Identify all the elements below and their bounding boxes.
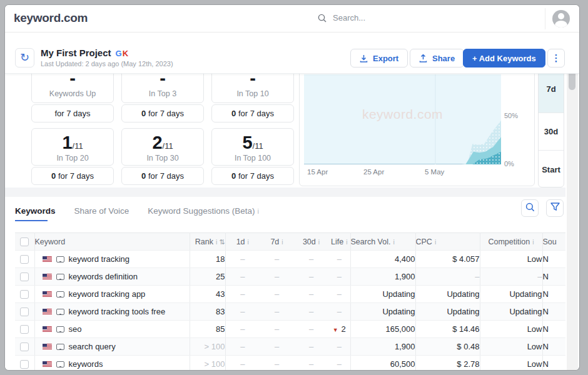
table-row[interactable]: keyword tracking 18 – – – – 4,400 $ 4.05… bbox=[15, 251, 565, 268]
table-filter-button[interactable] bbox=[546, 199, 564, 217]
desktop-icon bbox=[56, 344, 64, 350]
x-axis-tick: 15 Apr bbox=[307, 168, 328, 176]
select-all-checkbox[interactable] bbox=[20, 238, 29, 246]
stat-card-in-top-20: 1/11 In Top 20 bbox=[31, 128, 114, 166]
us-flag-icon bbox=[43, 274, 52, 280]
avatar[interactable] bbox=[552, 10, 570, 28]
export-button[interactable]: Export bbox=[350, 49, 408, 68]
tabs-bar: Keywords Share of Voice Keyword Suggesti… bbox=[5, 197, 565, 232]
project-header: ↻ My First ProjectGK Last Updated: 2 day… bbox=[5, 32, 579, 74]
info-icon: i bbox=[216, 238, 217, 246]
table-header-row: Keyword Ranki⇅ 1di 7di 30di Lifei Search… bbox=[15, 233, 565, 251]
desktop-icon bbox=[56, 361, 64, 368]
stat-value: 1 bbox=[62, 132, 72, 152]
row-checkbox[interactable] bbox=[20, 272, 29, 281]
time-range-selector: 7d 30d Start bbox=[538, 74, 564, 188]
desktop-icon bbox=[56, 256, 64, 262]
col-header-rank[interactable]: Ranki⇅ bbox=[190, 233, 225, 251]
app-logo: keyword.com bbox=[14, 11, 88, 25]
x-axis-tick: 25 Apr bbox=[363, 168, 384, 176]
desktop-icon bbox=[56, 309, 64, 315]
col-header-1d[interactable]: 1di bbox=[225, 233, 260, 251]
stat-value: 2 bbox=[152, 132, 162, 152]
stat-value: - bbox=[122, 74, 203, 88]
last-updated-text: Last Updated: 2 days ago (May 12th, 2023… bbox=[41, 60, 173, 68]
col-header-keyword[interactable]: Keyword bbox=[34, 233, 190, 251]
tab-keywords[interactable]: Keywords bbox=[15, 206, 56, 216]
stat-denominator: /11 bbox=[253, 141, 263, 151]
stat-denominator: /11 bbox=[73, 141, 83, 151]
stat-subcard: 0 for 7 days bbox=[211, 104, 294, 122]
stat-label: In Top 10 bbox=[212, 89, 293, 98]
global-search[interactable]: Search... bbox=[318, 13, 365, 22]
add-keywords-button[interactable]: + Add Keywords bbox=[463, 49, 545, 68]
row-checkbox[interactable] bbox=[20, 308, 29, 316]
table-row[interactable]: keywords definition 25 – – – – 1,900 – –… bbox=[15, 268, 565, 286]
us-flag-icon bbox=[43, 256, 52, 262]
more-menu-button[interactable]: ⋮ bbox=[547, 49, 565, 68]
col-header-30d[interactable]: 30di bbox=[294, 233, 328, 251]
desktop-icon bbox=[56, 274, 64, 280]
chart-watermark: keyword.com bbox=[304, 107, 501, 122]
stat-denominator: /11 bbox=[163, 141, 173, 151]
project-title: My First ProjectGK bbox=[41, 48, 128, 58]
screenshot-frame: keyword.com Search... ↻ My First Project… bbox=[0, 0, 588, 375]
table-row[interactable]: seo 85 – – – ▼2 165,000 $ 14.46 Low N bbox=[15, 321, 565, 338]
row-checkbox[interactable] bbox=[20, 325, 29, 334]
main-content: - Keywords Up - In Top 3 - In Top 10 for… bbox=[5, 74, 565, 370]
stat-label: Keywords Up bbox=[32, 89, 113, 98]
keyword-text: seo bbox=[69, 324, 82, 334]
stat-value: - bbox=[32, 74, 113, 88]
col-header-7d[interactable]: 7di bbox=[260, 233, 294, 251]
table-row[interactable]: keyword tracking app 43 – – – – Updating… bbox=[15, 286, 565, 303]
col-header-search-vol[interactable]: Search Vol.i bbox=[350, 233, 415, 251]
us-flag-icon bbox=[43, 344, 52, 350]
col-header-source[interactable]: Sou bbox=[542, 233, 565, 251]
keyword-text: keywords definition bbox=[69, 272, 138, 281]
ranking-chart-card: keyword.com 50% 0% 15 Apr 25 Apr 5 May bbox=[299, 74, 535, 186]
keyword-text: search query bbox=[69, 342, 116, 351]
col-header-cpc[interactable]: CPCi bbox=[415, 233, 480, 251]
info-icon: i bbox=[346, 238, 347, 246]
us-flag-icon bbox=[43, 361, 52, 368]
tab-share-of-voice[interactable]: Share of Voice bbox=[74, 206, 129, 216]
keyword-text: keyword tracking app bbox=[69, 289, 146, 299]
us-flag-icon bbox=[43, 309, 52, 315]
row-checkbox[interactable] bbox=[20, 255, 29, 264]
top-bar: keyword.com Search... bbox=[5, 5, 579, 32]
info-icon: i bbox=[435, 238, 436, 246]
col-header-competition[interactable]: Competitioni bbox=[480, 233, 542, 251]
refresh-button[interactable]: ↻ bbox=[15, 48, 34, 68]
vertical-scrollbar[interactable] bbox=[567, 32, 578, 370]
stat-value: - bbox=[212, 74, 293, 88]
range-start[interactable]: Start bbox=[539, 151, 564, 188]
row-checkbox[interactable] bbox=[20, 360, 29, 369]
stat-card-in-top-30: 2/11 In Top 30 bbox=[121, 128, 204, 166]
stat-subcard: 0 for 7 days bbox=[121, 104, 204, 122]
stat-label: In Top 20 bbox=[32, 154, 113, 162]
row-checkbox[interactable] bbox=[20, 290, 29, 299]
col-header-life[interactable]: Lifei bbox=[328, 233, 350, 251]
browser-window: keyword.com Search... ↻ My First Project… bbox=[5, 5, 579, 370]
row-checkbox[interactable] bbox=[20, 342, 29, 351]
stat-card-in-top-10: - In Top 10 bbox=[211, 74, 294, 103]
share-button[interactable]: Share bbox=[410, 49, 464, 68]
table-row[interactable]: search query > 100 – – – – 1,900 $ 0.48 … bbox=[15, 338, 565, 356]
info-icon: i bbox=[257, 208, 258, 215]
stat-subcard: 0 for 7 days bbox=[121, 167, 204, 185]
info-icon: i bbox=[393, 238, 394, 246]
table-search-button[interactable] bbox=[521, 199, 539, 217]
y-axis-tick-50: 50% bbox=[504, 112, 518, 119]
table-row[interactable]: keyword tracking tools free 83 – – – – U… bbox=[15, 303, 565, 321]
table-row[interactable]: keywords > 100 – – – – 60,500 $ 2.78 Low… bbox=[15, 356, 565, 371]
keyword-text: keyword tracking tools free bbox=[69, 307, 166, 316]
stat-label: In Top 3 bbox=[122, 89, 203, 98]
stat-label: In Top 100 bbox=[212, 154, 293, 162]
area-chart[interactable]: keyword.com bbox=[304, 74, 501, 164]
tab-keyword-suggestions[interactable]: Keyword Suggestions (Beta)i bbox=[148, 206, 259, 216]
us-flag-icon bbox=[43, 326, 52, 332]
range-30d[interactable]: 30d bbox=[539, 113, 564, 151]
info-icon: i bbox=[318, 238, 320, 246]
range-7d[interactable]: 7d bbox=[539, 74, 564, 113]
desktop-icon bbox=[56, 326, 64, 332]
